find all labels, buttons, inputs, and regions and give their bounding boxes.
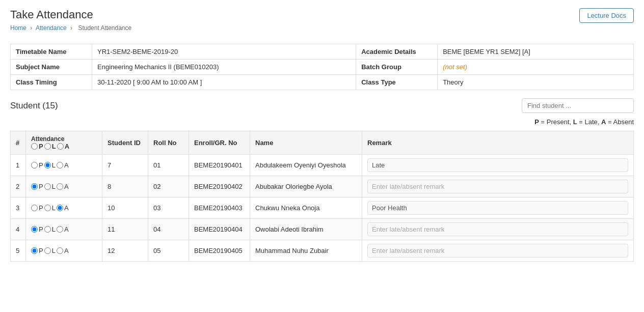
breadcrumb: Home › Attendance › Student Attendance <box>10 24 133 32</box>
batch-value: (not set) <box>438 60 634 75</box>
row-radio-group-0[interactable]: P L A <box>31 161 97 169</box>
row-radio-group-4[interactable]: P L A <box>31 247 97 254</box>
row-radio-a-4[interactable] <box>57 247 63 254</box>
table-row: 2 P L A802BEME20190402Abubakar Oloriegbe… <box>11 176 634 197</box>
header-radio-a-label[interactable]: A <box>57 143 69 150</box>
table-row: 5 P L A1205BEME20190405Muhammad Nuhu Zub… <box>11 240 634 262</box>
table-body: 1 P L A701BEME20190401Abdulakeem Oyeniyi… <box>11 155 634 262</box>
row-attendance[interactable]: P L A <box>26 197 102 219</box>
row-remark[interactable] <box>362 197 634 219</box>
row-radio-a-2[interactable] <box>57 205 63 211</box>
row-radio-a-3[interactable] <box>57 226 63 233</box>
row-radio-l-2[interactable] <box>44 205 51 211</box>
row-radio-a-label-1[interactable]: A <box>57 183 69 190</box>
breadcrumb-sep2: › <box>70 24 72 32</box>
row-radio-p-4[interactable] <box>31 247 38 254</box>
row-radio-l-0[interactable] <box>44 162 51 168</box>
find-student-input[interactable] <box>522 98 634 113</box>
table-row: 3 P L A1003BEME20190403Chukwu Nneka Onoj… <box>11 197 634 219</box>
hash-label: # <box>16 139 19 147</box>
row-enroll: BEME20190403 <box>189 197 250 219</box>
row-remark[interactable] <box>362 176 634 197</box>
remark-input-3[interactable] <box>367 222 628 236</box>
row-radio-l-label-2[interactable]: L <box>44 204 56 212</box>
row-name: Muhammad Nuhu Zubair <box>250 240 362 262</box>
col-header-attendance: Attendance P L A <box>26 131 102 155</box>
row-radio-a-label-0[interactable]: A <box>57 161 69 169</box>
row-remark[interactable] <box>362 155 634 176</box>
row-radio-l-label-1[interactable]: L <box>44 183 56 190</box>
row-radio-p-0[interactable] <box>31 162 38 168</box>
row-radio-a-0[interactable] <box>57 162 63 168</box>
remark-input-0[interactable] <box>367 158 628 172</box>
row-attendance[interactable]: P L A <box>26 155 102 176</box>
table-row: 4 P L A1104BEME20190404Owolabi Adeoti Ib… <box>11 219 634 240</box>
row-enroll: BEME20190404 <box>189 219 250 240</box>
legend-p: P = Present, L = Late, A = Absent <box>534 118 634 126</box>
row-student-id: 12 <box>102 240 148 262</box>
row-radio-p-label-0[interactable]: P <box>31 161 43 169</box>
row-student-id: 8 <box>102 176 148 197</box>
row-name: Abdulakeem Oyeniyi Oyeshola <box>250 155 362 176</box>
table-head: # Attendance P L A <box>11 131 634 155</box>
info-table: Timetable Name YR1-SEM2-BEME-2019-20 Aca… <box>10 44 634 90</box>
row-radio-a-1[interactable] <box>57 183 63 190</box>
remark-input-4[interactable] <box>367 244 628 258</box>
row-attendance[interactable]: P L A <box>26 240 102 262</box>
timetable-value: YR1-SEM2-BEME-2019-20 <box>92 44 356 60</box>
row-radio-l-label-0[interactable]: L <box>44 161 56 169</box>
row-radio-l-4[interactable] <box>44 247 51 254</box>
lecture-docs-button[interactable]: Lecture Docs <box>579 8 634 23</box>
remark-input-1[interactable] <box>367 180 628 193</box>
row-radio-p-label-1[interactable]: P <box>31 183 43 190</box>
row-remark[interactable] <box>362 240 634 262</box>
breadcrumb-attendance[interactable]: Attendance <box>36 24 67 32</box>
attendance-header-label: Attendance <box>31 135 97 143</box>
row-radio-a-label-3[interactable]: A <box>57 225 69 233</box>
row-radio-p-label-3[interactable]: P <box>31 225 43 233</box>
type-value: Theory <box>438 75 634 90</box>
breadcrumb-sep1: › <box>30 24 32 32</box>
row-student-id: 7 <box>102 155 148 176</box>
col-header-hash: # <box>11 131 26 155</box>
page-container: Take Attendance Home › Attendance › Stud… <box>0 0 644 270</box>
row-radio-l-3[interactable] <box>44 226 51 233</box>
row-attendance[interactable]: P L A <box>26 219 102 240</box>
row-roll-no: 01 <box>148 155 189 176</box>
row-num: 1 <box>11 155 26 176</box>
row-student-id: 10 <box>102 197 148 219</box>
row-radio-p-3[interactable] <box>31 226 38 233</box>
remark-input-2[interactable] <box>367 201 628 215</box>
row-radio-a-label-2[interactable]: A <box>57 204 69 212</box>
breadcrumb-home[interactable]: Home <box>10 24 26 32</box>
row-radio-p-label-4[interactable]: P <box>31 247 43 254</box>
header-radio-l-label[interactable]: L <box>44 143 56 150</box>
row-enroll: BEME20190402 <box>189 176 250 197</box>
col-header-name: Name <box>250 131 362 155</box>
row-radio-p-2[interactable] <box>31 205 38 211</box>
header-radio-group[interactable]: P L A <box>31 143 97 150</box>
row-remark[interactable] <box>362 219 634 240</box>
row-attendance[interactable]: P L A <box>26 176 102 197</box>
row-radio-group-2[interactable]: P L A <box>31 204 97 212</box>
page-title: Take Attendance <box>10 8 133 21</box>
row-enroll: BEME20190401 <box>189 155 250 176</box>
breadcrumb-current: Student Attendance <box>78 24 131 32</box>
timetable-label: Timetable Name <box>11 44 92 60</box>
header-radio-l[interactable] <box>44 143 51 150</box>
row-radio-group-1[interactable]: P L A <box>31 183 97 190</box>
academic-label: Academic Details <box>356 44 438 60</box>
header-radio-a[interactable] <box>57 143 64 150</box>
row-radio-l-1[interactable] <box>44 183 51 190</box>
row-name: Abubakar Oloriegbe Ayola <box>250 176 362 197</box>
row-radio-a-label-4[interactable]: A <box>57 247 69 254</box>
row-radio-l-label-3[interactable]: L <box>44 225 56 233</box>
col-header-student-id: Student ID <box>102 131 148 155</box>
header-radio-p[interactable] <box>31 143 38 150</box>
timing-value: 30-11-2020 [ 9:00 AM to 10:00 AM ] <box>92 75 356 90</box>
row-radio-l-label-4[interactable]: L <box>44 247 56 254</box>
row-radio-group-3[interactable]: P L A <box>31 225 97 233</box>
row-radio-p-label-2[interactable]: P <box>31 204 43 212</box>
row-radio-p-1[interactable] <box>31 183 38 190</box>
header-radio-p-label[interactable]: P <box>31 143 43 150</box>
